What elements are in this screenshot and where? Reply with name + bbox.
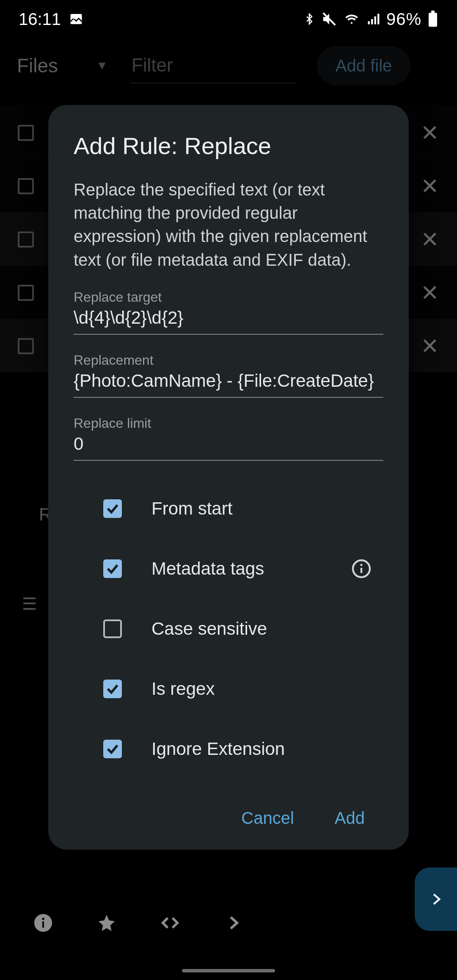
picture-icon <box>69 11 84 27</box>
chevron-down-icon: ▼ <box>96 59 108 72</box>
from-start-checkbox[interactable] <box>103 499 122 518</box>
checkbox-icon[interactable] <box>18 338 34 354</box>
ignore-extension-row[interactable]: Ignore Extension <box>103 719 383 779</box>
svg-rect-7 <box>429 13 437 27</box>
replace-limit-value[interactable]: 0 <box>74 434 383 461</box>
mute-icon <box>321 11 337 27</box>
filter-input[interactable]: Filter <box>130 48 295 83</box>
nav-info-button[interactable] <box>30 910 56 936</box>
checkbox-icon[interactable] <box>18 231 34 248</box>
ignore-extension-label: Ignore Extension <box>151 739 285 759</box>
replace-limit-label: Replace limit <box>74 416 383 431</box>
is-regex-row[interactable]: Is regex <box>103 659 383 719</box>
checkbox-icon[interactable] <box>18 178 34 194</box>
metadata-tags-checkbox[interactable] <box>103 559 122 578</box>
replace-target-value[interactable]: \d{4}\d{2}\d{2} <box>74 308 383 335</box>
svg-point-11 <box>360 564 362 566</box>
wifi-icon <box>343 12 360 26</box>
replace-target-label: Replace target <box>74 289 383 305</box>
add-file-button[interactable]: Add file <box>317 46 410 85</box>
dialog-description: Replace the specified text (or text matc… <box>74 178 383 272</box>
files-spinner[interactable]: Files ▼ <box>17 54 108 77</box>
is-regex-label: Is regex <box>151 679 215 699</box>
close-icon[interactable]: ✕ <box>421 227 439 252</box>
add-rule-dialog: Add Rule: Replace Replace the specified … <box>48 105 409 850</box>
metadata-tags-label: Metadata tags <box>151 559 264 579</box>
svg-rect-4 <box>371 19 373 25</box>
replace-target-field[interactable]: Replace target \d{4}\d{2}\d{2} <box>74 289 383 335</box>
svg-point-14 <box>42 918 44 920</box>
metadata-tags-row[interactable]: Metadata tags <box>103 539 383 599</box>
add-file-label: Add file <box>336 56 392 75</box>
status-time: 16:11 <box>19 10 61 29</box>
svg-rect-5 <box>374 17 376 25</box>
from-start-row[interactable]: From start <box>103 479 383 539</box>
app-bar: Files ▼ Filter Add file <box>0 42 457 89</box>
svg-point-1 <box>73 16 75 18</box>
info-icon[interactable] <box>351 559 372 579</box>
nav-code-button[interactable] <box>157 910 183 936</box>
replace-limit-field[interactable]: Replace limit 0 <box>74 416 383 461</box>
replacement-field[interactable]: Replacement {Photo:CamName} - {File:Crea… <box>74 352 383 398</box>
svg-rect-13 <box>42 921 44 928</box>
checkbox-icon[interactable] <box>18 125 34 141</box>
files-spinner-label: Files <box>17 54 58 77</box>
add-button[interactable]: Add <box>335 809 365 828</box>
bluetooth-icon <box>303 11 315 28</box>
case-sensitive-checkbox[interactable] <box>103 619 122 638</box>
svg-rect-8 <box>431 11 435 13</box>
replacement-label: Replacement <box>74 352 383 368</box>
bottom-nav <box>0 900 457 946</box>
replacement-value[interactable]: {Photo:CamName} - {File:CreateDate} <box>74 371 383 398</box>
ignore-extension-checkbox[interactable] <box>103 740 122 758</box>
close-icon[interactable]: ✕ <box>421 120 439 146</box>
home-indicator <box>182 969 275 972</box>
svg-rect-0 <box>71 14 82 24</box>
svg-rect-6 <box>377 14 379 25</box>
close-icon[interactable]: ✕ <box>421 333 439 359</box>
close-icon[interactable]: ✕ <box>421 173 439 199</box>
close-icon[interactable]: ✕ <box>421 280 439 306</box>
nav-forward-button[interactable] <box>221 910 246 936</box>
from-start-label: From start <box>151 498 232 519</box>
case-sensitive-row[interactable]: Case sensitive <box>103 599 383 659</box>
battery-icon <box>427 11 438 28</box>
drag-handle-icon: ☰ <box>22 594 37 614</box>
checkbox-icon[interactable] <box>18 285 34 301</box>
cancel-button[interactable]: Cancel <box>241 809 294 828</box>
case-sensitive-label: Case sensitive <box>151 619 267 639</box>
nav-star-button[interactable] <box>94 910 119 936</box>
signal-icon <box>366 13 380 25</box>
status-bar: 16:11 <box>0 0 457 38</box>
battery-percent: 96% <box>386 10 421 29</box>
svg-rect-3 <box>368 21 369 25</box>
filter-placeholder: Filter <box>132 55 173 75</box>
dialog-title: Add Rule: Replace <box>74 132 383 160</box>
is-regex-checkbox[interactable] <box>103 680 122 698</box>
